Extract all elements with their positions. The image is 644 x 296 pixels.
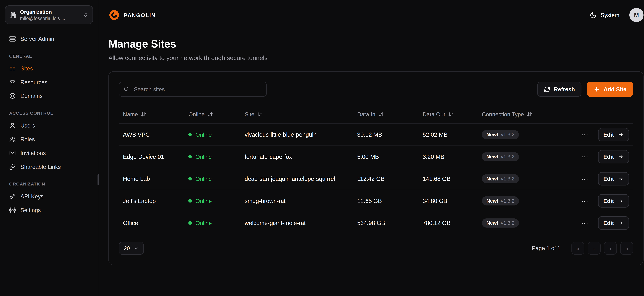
refresh-button[interactable]: Refresh <box>537 82 582 96</box>
online-dot-icon <box>188 155 192 158</box>
site-slug: fortunate-cape-fox <box>245 154 357 160</box>
avatar[interactable]: M <box>629 8 644 22</box>
connection-version: v1.3.2 <box>501 220 514 226</box>
section-label-general: GENERAL <box>9 53 89 58</box>
brand[interactable]: PANGOLIN <box>108 9 156 21</box>
connection-type-badge: Newt v1.3.2 <box>482 196 519 206</box>
status-label: Online <box>196 132 212 138</box>
site-data-in: 112.42 GB <box>357 176 422 182</box>
moon-icon <box>590 12 597 18</box>
page-size-value: 20 <box>124 245 130 252</box>
connection-type-badge: Newt v1.3.2 <box>482 130 519 139</box>
sidebar-item-label: Shareable Links <box>20 164 61 170</box>
sidebar-item-label: Domains <box>20 93 43 99</box>
sidebar-item-resources[interactable]: Resources <box>5 76 93 89</box>
server-icon <box>9 36 16 42</box>
site-name: Edge Device 01 <box>123 154 188 160</box>
sort-icon <box>208 112 213 117</box>
site-status: Online <box>188 154 245 160</box>
sites-grid-icon <box>9 65 16 72</box>
sites-table: Name Online Site Data In <box>119 105 633 255</box>
sidebar-item-label: Invitations <box>20 150 46 156</box>
connection-version: v1.3.2 <box>501 132 514 138</box>
site-data-out: 780.12 GB <box>422 220 482 226</box>
sidebar-item-api-keys[interactable]: API Keys <box>5 190 93 203</box>
connection-type: Newt <box>486 132 498 138</box>
arrow-right-icon <box>618 154 624 160</box>
row-menu-button[interactable]: ⋯ <box>579 152 590 161</box>
column-label: Online <box>188 111 205 117</box>
row-menu-button[interactable]: ⋯ <box>579 196 590 205</box>
row-actions: ⋯ Edit <box>578 216 629 230</box>
edit-button[interactable]: Edit <box>598 172 629 186</box>
connection-version: v1.3.2 <box>501 198 514 204</box>
page-size-select[interactable]: 20 <box>119 242 144 255</box>
row-menu-button[interactable]: ⋯ <box>579 174 590 183</box>
site-name: Home Lab <box>123 176 188 182</box>
edit-label: Edit <box>603 220 614 226</box>
row-actions: ⋯ Edit <box>578 128 629 141</box>
section-label-access-control: ACCESS CONTROL <box>9 110 89 116</box>
status-label: Online <box>196 220 212 226</box>
table-row: Edge Device 01 Online fortunate-cape-fox… <box>119 146 633 168</box>
add-site-button[interactable]: Add Site <box>587 82 633 96</box>
main-content: PANGOLIN System M Manage Sites Allow con… <box>98 0 644 296</box>
table-row: Jeff's Laptop Online smug-brown-rat 12.6… <box>119 190 633 212</box>
site-data-in: 12.65 GB <box>357 198 422 204</box>
edit-button[interactable]: Edit <box>598 128 629 141</box>
sites-toolbar: Refresh Add Site <box>119 82 633 96</box>
column-header-online[interactable]: Online <box>188 111 245 117</box>
sidebar-item-domains[interactable]: Domains <box>5 89 93 103</box>
sidebar-item-users[interactable]: Users <box>5 119 93 132</box>
connection-type: Newt <box>486 176 498 182</box>
mail-icon <box>9 150 16 156</box>
connection-type: Newt <box>486 154 498 160</box>
last-page-button[interactable]: » <box>620 242 633 255</box>
site-status: Online <box>188 220 245 226</box>
row-menu-button[interactable]: ⋯ <box>579 130 590 139</box>
sidebar-item-label: Users <box>20 122 35 129</box>
sidebar-item-shareable-links[interactable]: Shareable Links <box>5 160 93 174</box>
toolbar-buttons: Refresh Add Site <box>537 82 633 96</box>
column-label: Site <box>245 111 254 117</box>
sidebar-resize-handle[interactable] <box>98 174 99 185</box>
section-label-organization: ORGANIZATION <box>9 181 89 186</box>
page-head: Manage Sites Allow connectivity to your … <box>98 30 644 61</box>
sidebar-item-invitations[interactable]: Invitations <box>5 146 93 160</box>
connection-type-badge: Newt v1.3.2 <box>482 152 519 161</box>
theme-label: System <box>600 12 620 18</box>
key-icon <box>9 193 16 200</box>
table-row: AWS VPC Online vivacious-little-blue-pen… <box>119 124 633 146</box>
site-data-in: 30.12 MB <box>357 131 422 138</box>
sidebar-item-sites[interactable]: Sites <box>5 62 93 75</box>
sort-icon <box>257 112 262 117</box>
org-selector[interactable]: Organization milo@fossorial.io's ... <box>5 6 93 24</box>
edit-button[interactable]: Edit <box>598 216 629 230</box>
arrow-right-icon <box>618 132 624 138</box>
next-page-button[interactable]: › <box>604 242 617 255</box>
theme-toggle[interactable]: System <box>590 12 620 18</box>
search-input[interactable] <box>119 82 267 96</box>
globe-icon <box>9 92 16 99</box>
column-header-connection-type[interactable]: Connection Type <box>482 111 578 117</box>
column-label: Connection Type <box>482 111 524 117</box>
table-footer: 20 Page 1 of 1 « ‹ › » <box>119 242 633 255</box>
status-label: Online <box>196 176 212 182</box>
column-header-name[interactable]: Name <box>123 111 188 117</box>
edit-button[interactable]: Edit <box>598 150 629 164</box>
sidebar-item-server-admin[interactable]: Server Admin <box>5 32 93 46</box>
sort-icon <box>448 112 454 117</box>
column-header-data-in[interactable]: Data In <box>357 111 422 117</box>
arrow-right-icon <box>618 220 624 226</box>
column-header-data-out[interactable]: Data Out <box>422 111 482 117</box>
row-menu-button[interactable]: ⋯ <box>579 218 590 227</box>
sidebar-item-roles[interactable]: Roles <box>5 132 93 146</box>
previous-page-button[interactable]: ‹ <box>588 242 600 255</box>
first-page-button[interactable]: « <box>572 242 584 255</box>
online-dot-icon <box>188 199 192 202</box>
connection-type: Newt <box>486 220 498 226</box>
org-subtitle: milo@fossorial.io's ... <box>20 16 79 20</box>
edit-button[interactable]: Edit <box>598 194 629 208</box>
sidebar-item-settings[interactable]: Settings <box>5 204 93 217</box>
column-header-site[interactable]: Site <box>245 111 357 117</box>
